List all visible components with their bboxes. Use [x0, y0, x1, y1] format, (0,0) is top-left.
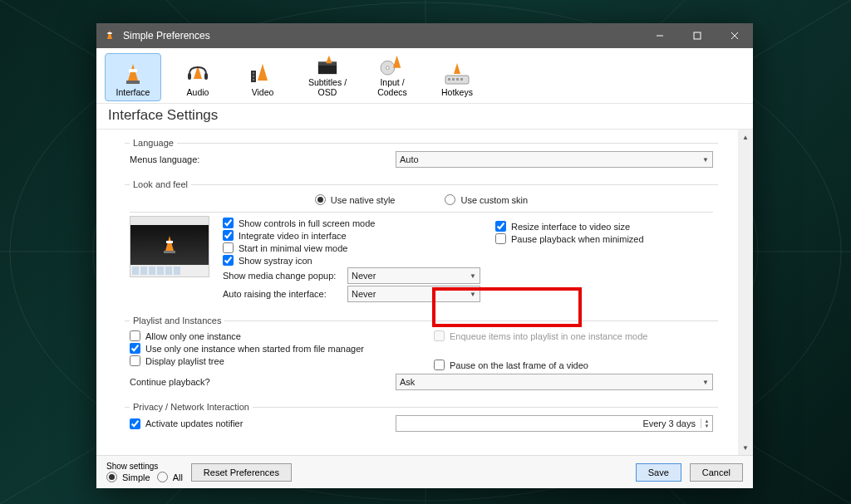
- group-language: Language Menus language: Auto ▼: [125, 138, 718, 173]
- tab-subtitles[interactable]: Subtitles / OSD: [299, 53, 356, 101]
- tab-input-codecs-label: Input / Codecs: [365, 77, 420, 97]
- svg-point-26: [253, 72, 254, 74]
- chk-enqueue-items: Enqueue items into playlist in one insta…: [434, 330, 713, 341]
- scroll-up-icon[interactable]: ▲: [742, 130, 749, 144]
- cone-icon: [120, 62, 146, 86]
- svg-rect-29: [318, 65, 337, 74]
- chk-integrate-video[interactable]: Integrate video in interface: [223, 230, 480, 241]
- scroll-down-icon[interactable]: ▼: [742, 440, 749, 455]
- svg-rect-15: [694, 32, 701, 39]
- svg-point-33: [386, 66, 390, 70]
- radio-on-icon: [106, 472, 117, 482]
- svg-marker-11: [107, 30, 112, 39]
- svg-point-28: [253, 79, 254, 81]
- svg-rect-20: [126, 81, 140, 84]
- svg-rect-39: [460, 78, 463, 81]
- tab-audio-label: Audio: [187, 87, 209, 97]
- media-popup-label: Show media change popup:: [223, 271, 347, 281]
- minimize-button[interactable]: [641, 23, 678, 48]
- svg-rect-23: [204, 73, 208, 80]
- page-title: Interface Settings: [96, 103, 753, 130]
- chk-one-instance[interactable]: Allow only one instance: [130, 330, 409, 341]
- radio-native-style[interactable]: Use native style: [315, 194, 396, 205]
- preferences-window: Simple Preferences Interface Audio Video…: [96, 23, 753, 488]
- tab-hotkeys-label: Hotkeys: [441, 87, 473, 97]
- group-playlist-title: Playlist and Instances: [130, 316, 224, 325]
- tab-audio[interactable]: Audio: [170, 53, 226, 101]
- chk-one-instance-filemgr[interactable]: Use only one instance when started from …: [130, 343, 409, 354]
- reset-preferences-button[interactable]: Reset Preferences: [191, 463, 292, 482]
- show-settings-label: Show settings: [106, 462, 180, 471]
- group-playlist: Playlist and Instances Allow only one in…: [125, 316, 718, 395]
- svg-rect-43: [164, 251, 175, 253]
- menus-language-label: Menus language:: [130, 154, 396, 164]
- chk-playlist-tree[interactable]: Display playlist tree: [130, 355, 409, 366]
- svg-rect-19: [129, 69, 137, 72]
- group-privacy-title: Privacy / Network Interaction: [130, 402, 253, 412]
- tab-interface-label: Interface: [116, 87, 150, 97]
- close-button[interactable]: [716, 23, 753, 48]
- svg-rect-22: [188, 73, 191, 80]
- group-language-title: Language: [130, 138, 177, 148]
- svg-rect-42: [166, 241, 173, 243]
- titlebar[interactable]: Simple Preferences: [96, 23, 753, 48]
- chevron-down-icon[interactable]: ▼: [701, 423, 712, 428]
- svg-marker-31: [326, 56, 332, 63]
- chk-pause-minimized[interactable]: Pause playback when minimized: [495, 233, 713, 244]
- svg-marker-34: [393, 56, 401, 68]
- group-look-and-feel: Look and feel Use native style Use custo…: [125, 179, 718, 309]
- media-popup-select[interactable]: Never▼: [347, 267, 480, 284]
- radio-all[interactable]: All: [157, 472, 183, 482]
- menus-language-select[interactable]: Auto ▼: [396, 151, 713, 168]
- tab-hotkeys[interactable]: Hotkeys: [429, 53, 485, 101]
- interface-preview-thumbnail: [130, 216, 209, 277]
- tab-input-codecs[interactable]: Input / Codecs: [364, 53, 421, 101]
- auto-raise-select[interactable]: Never▼: [347, 286, 480, 302]
- window-title: Simple Preferences: [123, 30, 641, 42]
- svg-point-27: [253, 76, 254, 77]
- tab-video[interactable]: Video: [234, 53, 291, 101]
- category-tabs: Interface Audio Video Subtitles / OSD In…: [96, 48, 753, 103]
- svg-marker-40: [454, 63, 460, 74]
- chk-updates-notifier[interactable]: Activate updates notifier: [130, 418, 396, 429]
- continue-playback-label: Continue playback?: [130, 377, 396, 387]
- radio-native-label: Use native style: [331, 195, 396, 205]
- chk-fullscreen-controls[interactable]: Show controls in full screen mode: [223, 218, 480, 228]
- cancel-button[interactable]: Cancel: [690, 463, 743, 482]
- tab-subtitles-label: Subtitles / OSD: [300, 77, 355, 97]
- save-button[interactable]: Save: [636, 463, 681, 482]
- menus-language-value: Auto: [400, 154, 419, 164]
- radio-off-icon: [157, 472, 168, 482]
- tab-interface[interactable]: Interface: [105, 53, 161, 101]
- group-privacy: Privacy / Network Interaction Activate u…: [125, 402, 718, 437]
- chk-systray-icon[interactable]: Show systray icon: [223, 255, 480, 266]
- svg-rect-38: [456, 78, 459, 81]
- svg-rect-37: [452, 78, 455, 81]
- updates-interval-spinner[interactable]: Every 3 days ▲▼: [396, 415, 713, 432]
- continue-playback-select[interactable]: Ask▼: [396, 374, 713, 390]
- svg-rect-12: [108, 32, 112, 34]
- updates-interval-value: Every 3 days: [396, 418, 701, 428]
- auto-raise-label: Auto raising the interface:: [223, 289, 347, 299]
- chk-minimal-view[interactable]: Start in minimal view mode: [223, 242, 480, 253]
- chk-resize-interface[interactable]: Resize interface to video size: [495, 221, 713, 232]
- keyboard-cone-icon: [444, 62, 470, 86]
- group-look-title: Look and feel: [130, 179, 191, 189]
- radio-simple[interactable]: Simple: [106, 472, 150, 482]
- radio-off-icon: [445, 194, 455, 205]
- clapper-cone-icon: [314, 54, 341, 76]
- headphones-cone-icon: [184, 62, 211, 86]
- radio-custom-skin[interactable]: Use custom skin: [445, 194, 528, 205]
- radio-custom-label: Use custom skin: [460, 195, 528, 205]
- chevron-down-icon: ▼: [470, 291, 476, 298]
- film-cone-icon: [249, 62, 276, 86]
- disc-cone-icon: [379, 54, 406, 76]
- chk-pause-last-frame[interactable]: Pause on the last frame of a video: [434, 360, 713, 370]
- svg-marker-24: [258, 64, 268, 81]
- chevron-down-icon: ▼: [470, 272, 476, 280]
- chevron-down-icon: ▼: [702, 379, 709, 386]
- maximize-button[interactable]: [678, 23, 716, 48]
- svg-rect-36: [448, 78, 450, 81]
- vertical-scrollbar[interactable]: ▲ ▼: [738, 130, 753, 455]
- cone-icon: [157, 232, 182, 257]
